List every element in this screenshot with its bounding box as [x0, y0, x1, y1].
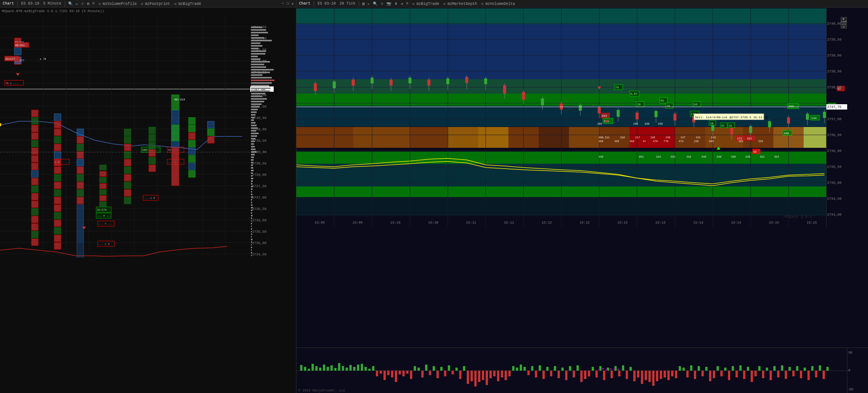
svg-rect-515: [380, 371, 382, 374]
close-btn[interactable]: ✕: [291, 2, 295, 6]
settings-icon[interactable]: ≡: [92, 2, 95, 6]
svg-text:310: 310: [620, 136, 625, 139]
right-chart-label[interactable]: Chart: [298, 2, 312, 6]
svg-text:100: 100: [784, 132, 789, 135]
svg-rect-102: [124, 182, 131, 189]
right-bars-icon[interactable]: ▤: [362, 2, 365, 6]
right-pause-icon[interactable]: ⏸: [393, 2, 399, 6]
svg-text:89/411: 89/411: [15, 44, 25, 47]
left-ind-1[interactable]: ◁ mzVolumeProfile: [97, 2, 138, 6]
scroll-right-btn[interactable]: ▶ 1388 172 97: [841, 17, 847, 28]
svg-text:15:10: 15:10: [428, 221, 438, 225]
svg-rect-378: [787, 117, 790, 124]
svg-rect-44: [31, 224, 38, 230]
svg-rect-606: [724, 368, 726, 371]
svg-rect-500: [323, 365, 325, 371]
svg-rect-146: [251, 42, 260, 44]
svg-rect-504: [338, 363, 340, 371]
right-magnifier-icon[interactable]: 🔍: [372, 2, 378, 6]
svg-text:... x ...: ... x ...: [97, 214, 111, 217]
svg-rect-116: [149, 157, 156, 164]
svg-text:2735,50: 2735,50: [827, 165, 842, 169]
svg-rect-532: [444, 371, 446, 376]
left-ind-2[interactable]: ◁ mzFootprint: [139, 2, 171, 6]
svg-text:2741,50: 2741,50: [252, 94, 266, 97]
svg-text:15:09: 15:09: [315, 221, 325, 225]
grid-icon[interactable]: ⊞: [86, 2, 90, 6]
svg-text:2734,50: 2734,50: [252, 253, 266, 257]
svg-rect-617: [766, 368, 768, 371]
minimize-btn[interactable]: ─: [281, 2, 285, 6]
svg-rect-36: [31, 163, 38, 170]
svg-rect-103: [124, 189, 131, 196]
svg-text:0: 0: [848, 369, 850, 373]
svg-text:2735,50: 2735,50: [252, 230, 266, 234]
svg-rect-607: [728, 371, 730, 380]
svg-rect-580: [626, 371, 628, 379]
svg-rect-87: [100, 183, 106, 189]
left-ind-3[interactable]: ◁ mzBigTrade: [173, 2, 202, 6]
svg-rect-633: [826, 367, 829, 371]
svg-rect-587: [652, 371, 655, 386]
right-ind-1[interactable]: ◁ mzBigTrade: [411, 2, 440, 6]
svg-rect-626: [800, 371, 802, 378]
svg-text:333: 333: [758, 140, 763, 143]
svg-text:2735,00: 2735,00: [252, 241, 266, 245]
svg-rect-70: [77, 144, 84, 151]
svg-rect-592: [671, 371, 673, 376]
svg-rect-360: [617, 110, 620, 117]
svg-text:2738,00: 2738,00: [252, 173, 266, 177]
right-ind-2[interactable]: ◁ mzMarketDepth: [442, 2, 478, 6]
magnifier-icon[interactable]: 🔍: [67, 2, 73, 6]
svg-rect-101: [124, 174, 131, 181]
right-cursor-icon[interactable]: ⊹: [380, 2, 384, 6]
svg-rect-133: [189, 171, 195, 177]
svg-rect-354: [560, 103, 563, 110]
left-instrument[interactable]: ES 03-18: [20, 2, 41, 6]
svg-rect-34: [31, 148, 38, 155]
svg-text:2738,50: 2738,50: [827, 70, 842, 74]
pencil-icon[interactable]: ✏: [75, 2, 79, 6]
svg-rect-207: [251, 204, 252, 206]
svg-rect-616: [762, 371, 764, 378]
right-ind-3[interactable]: ◁ mzVolumeDelta: [480, 2, 516, 6]
svg-rect-553: [524, 367, 526, 371]
svg-text:348: 348: [598, 155, 603, 158]
right-refresh-icon[interactable]: ↺: [400, 2, 404, 6]
right-timeframe[interactable]: 20 Tick: [338, 2, 357, 6]
svg-rect-494: [300, 365, 302, 371]
svg-rect-628: [807, 371, 810, 380]
svg-text:13: 13: [710, 122, 713, 125]
sep2: [65, 1, 65, 6]
rsep2: [359, 1, 359, 6]
svg-rect-547: [501, 371, 503, 377]
svg-rect-71: [77, 152, 84, 158]
svg-rect-46: [31, 239, 38, 246]
svg-text:62: 62: [721, 124, 724, 127]
cursor-icon[interactable]: ⊹: [80, 2, 85, 6]
svg-rect-505: [342, 366, 344, 371]
svg-text:15: 15: [729, 124, 732, 127]
svg-rect-73: [77, 167, 84, 174]
svg-rect-285: [296, 127, 353, 148]
svg-rect-637: [610, 368, 611, 370]
svg-rect-543: [486, 371, 488, 385]
right-camera-icon[interactable]: 📷: [386, 2, 392, 6]
svg-text:255: 255: [789, 105, 794, 108]
svg-rect-591: [667, 371, 670, 380]
maximize-btn[interactable]: □: [286, 2, 290, 6]
svg-rect-147: [251, 45, 262, 47]
left-chart-label[interactable]: Chart: [2, 2, 15, 6]
right-pencil-icon[interactable]: ✏: [367, 2, 371, 6]
svg-text:15:13: 15:13: [617, 221, 628, 225]
svg-rect-57: [54, 174, 61, 181]
svg-rect-42: [31, 208, 38, 215]
svg-text:201: 201: [739, 140, 743, 143]
svg-rect-624: [792, 371, 795, 376]
right-menu-icon[interactable]: ≡: [405, 2, 409, 6]
right-instrument[interactable]: ES 03-18: [316, 2, 337, 6]
svg-rect-589: [660, 371, 662, 379]
svg-rect-533: [448, 365, 450, 371]
left-timeframe[interactable]: 5 Minute: [42, 2, 62, 6]
svg-text:2738,50: 2738,50: [252, 162, 266, 166]
